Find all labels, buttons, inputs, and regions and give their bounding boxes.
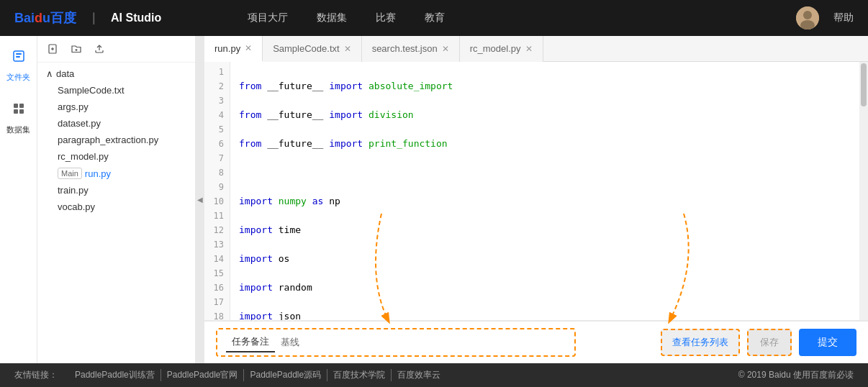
- nav-competitions[interactable]: 比赛: [376, 12, 396, 24]
- footer-link-academy[interactable]: 百度技术学院: [327, 369, 392, 381]
- bottom-input-area: 任务备注 基线: [216, 328, 576, 357]
- tab-run-py-label: run.py: [214, 43, 240, 54]
- submit-button[interactable]: 提交: [799, 329, 856, 356]
- svg-point-1: [803, 11, 812, 19]
- tab-search-test[interactable]: search.test.json ✕: [362, 36, 460, 62]
- tab-samplecode-close[interactable]: ✕: [344, 45, 351, 53]
- view-task-button[interactable]: 查看任务列表: [661, 329, 740, 356]
- nav-datasets[interactable]: 数据集: [317, 12, 347, 24]
- tab-samplecode-label: SampleCode.txt: [273, 43, 340, 54]
- files-icon[interactable]: [6, 43, 32, 69]
- main-content: 文件夹 数据集: [0, 36, 868, 363]
- file-tree-body: ∧ data SampleCode.txt args.py dataset.py…: [37, 63, 195, 363]
- bottom-right-actions: 查看任务列表 保存 提交: [661, 329, 856, 356]
- folder-label: data: [56, 68, 74, 79]
- save-button[interactable]: 保存: [747, 329, 792, 356]
- main-badge: Main: [58, 168, 82, 179]
- footer-link-official[interactable]: PaddlePaddle官网: [161, 369, 245, 381]
- file-run-main[interactable]: Main run.py: [37, 165, 195, 182]
- datasets-label: 数据集: [6, 124, 30, 135]
- footer-label: 友情链接：: [14, 369, 58, 381]
- file-tree-toolbar: [37, 36, 195, 63]
- chevron-down-icon: ∧: [46, 68, 53, 79]
- tab-rcmodel[interactable]: rc_model.py ✕: [460, 36, 543, 62]
- files-label: 文件夹: [6, 72, 30, 83]
- header-right: 帮助: [796, 6, 854, 29]
- sidebar-icons: 文件夹 数据集: [0, 36, 37, 363]
- avatar[interactable]: [796, 6, 819, 29]
- file-run-label: run.py: [85, 168, 111, 179]
- tab-baseline[interactable]: 基线: [275, 333, 305, 352]
- nav-education[interactable]: 教育: [425, 12, 445, 24]
- tab-run-py[interactable]: run.py ✕: [204, 36, 263, 62]
- footer-link-source[interactable]: PaddlePaddle源码: [244, 369, 327, 381]
- svg-rect-5: [16, 56, 20, 58]
- sidebar-datasets-section[interactable]: 数据集: [6, 96, 32, 135]
- editor-area: run.py ✕ SampleCode.txt ✕ search.test.js…: [204, 36, 868, 363]
- upload-button[interactable]: [92, 42, 107, 56]
- tab-run-py-close[interactable]: ✕: [245, 44, 252, 53]
- file-rcmodel[interactable]: rc_model.py: [37, 148, 195, 165]
- file-vocab[interactable]: vocab.py: [37, 199, 195, 215]
- file-dataset[interactable]: dataset.py: [37, 115, 195, 132]
- sidebar-files-section[interactable]: 文件夹: [6, 43, 32, 83]
- bottom-bar: 任务备注 基线 查看任务列表 保存 提交: [204, 320, 868, 363]
- tab-search-test-label: search.test.json: [372, 43, 438, 54]
- footer-copyright: © 2019 Baidu 使用百度前必读: [738, 369, 854, 381]
- file-paragraph[interactable]: paragraph_extraction.py: [37, 132, 195, 148]
- scrollbar-track[interactable]: [859, 62, 868, 320]
- tab-samplecode[interactable]: SampleCode.txt ✕: [263, 36, 362, 62]
- code-container: 1234 5678 9101112 13141516 17181920 2122…: [204, 62, 868, 320]
- svg-rect-7: [19, 104, 24, 108]
- code-lines: 1234 5678 9101112 13141516 17181920 2122…: [204, 62, 868, 320]
- line-numbers: 1234 5678 9101112 13141516 17181920 2122…: [204, 62, 230, 320]
- help-link[interactable]: 帮助: [833, 12, 854, 24]
- app-name: AI Studio: [111, 12, 161, 24]
- collapse-panel-button[interactable]: ◀: [196, 36, 204, 363]
- footer: 友情链接： PaddlePaddle训练营 PaddlePaddle官网 Pad…: [0, 363, 868, 387]
- task-notes-input[interactable]: [305, 337, 566, 348]
- logo: Baidu百度 ｜ AI Studio: [14, 9, 161, 27]
- main-nav: 项目大厅 数据集 比赛 教育: [248, 12, 445, 24]
- file-tree: ∧ data SampleCode.txt args.py dataset.py…: [37, 36, 196, 363]
- svg-rect-9: [19, 109, 24, 114]
- code-content: from __future__ import absolute_import f…: [230, 62, 868, 320]
- datasets-icon[interactable]: [6, 96, 32, 122]
- tab-task-notes[interactable]: 任务备注: [226, 332, 275, 352]
- footer-links: PaddlePaddle训练营 PaddlePaddle官网 PaddlePad…: [69, 369, 446, 381]
- code-editor[interactable]: 1234 5678 9101112 13141516 17181920 2122…: [204, 62, 868, 320]
- folder-data[interactable]: ∧ data: [37, 65, 195, 82]
- nav-projects[interactable]: 项目大厅: [248, 12, 288, 24]
- baidu-logo: Baidu百度: [14, 9, 76, 27]
- file-samplecode[interactable]: SampleCode.txt: [37, 82, 195, 99]
- file-args[interactable]: args.py: [37, 99, 195, 115]
- file-train[interactable]: train.py: [37, 182, 195, 199]
- new-folder-button[interactable]: [69, 42, 83, 56]
- scrollbar-thumb[interactable]: [861, 63, 867, 106]
- app-header: Baidu百度 ｜ AI Studio 项目大厅 数据集 比赛 教育 帮助: [0, 0, 868, 36]
- editor-tabs: run.py ✕ SampleCode.txt ✕ search.test.js…: [204, 36, 868, 62]
- logo-divider: ｜: [88, 11, 99, 26]
- svg-rect-8: [14, 109, 18, 114]
- footer-link-cloud[interactable]: 百度效率云: [392, 369, 446, 381]
- new-file-button[interactable]: [46, 42, 60, 56]
- svg-rect-6: [14, 104, 18, 108]
- svg-rect-4: [16, 53, 22, 55]
- tab-search-test-close[interactable]: ✕: [442, 45, 449, 53]
- tab-rcmodel-close[interactable]: ✕: [525, 45, 533, 53]
- tab-rcmodel-label: rc_model.py: [470, 43, 521, 54]
- footer-link-training[interactable]: PaddlePaddle训练营: [69, 369, 161, 381]
